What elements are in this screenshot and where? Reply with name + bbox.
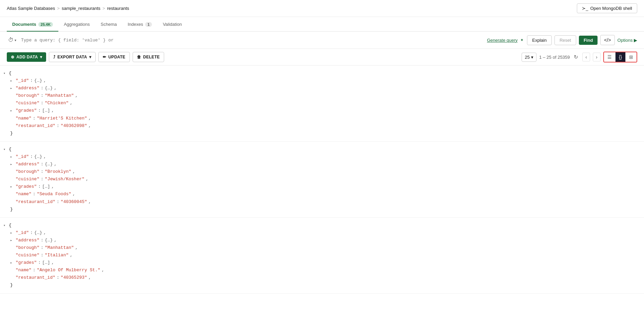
tab-validation[interactable]: Validation [157,17,187,32]
table-view-button[interactable]: ⊞ [626,52,637,62]
list-item: "name": "Seuda Foods", [3,190,637,198]
doc-close-brace: } [3,206,637,213]
breadcrumb-item-atlas[interactable]: Atlas Sample Databases [7,6,55,11]
page-size-select[interactable]: 25 ▾ [522,53,536,62]
list-item: ▸ "address": {…}, [3,237,637,244]
trash-icon: 🗑 [137,55,141,59]
list-icon: ☰ [607,54,612,60]
list-item: ▸ "address": {…}, [3,85,637,92]
options-button[interactable]: Options ▶ [618,38,637,43]
table-row: ▾ { ▸ "_id": {…}, ▸ "address": {…}, "bor… [0,218,644,294]
chevron-down-icon: ▾ [531,55,533,60]
next-page-button[interactable]: › [593,53,601,61]
terminal-icon: ≻_ [582,6,588,11]
json-view-button[interactable]: {} [616,52,626,62]
doc-close-brace: } [3,130,637,137]
field-collapse-arrow[interactable]: ▸ [10,154,14,160]
sparkle-icon: ✦ [520,38,524,42]
list-item: "restaurant_id": "40360045", [3,198,637,206]
field-collapse-arrow[interactable]: ▸ [10,86,14,91]
tab-aggregations[interactable]: Aggregations [58,17,95,32]
breadcrumb-item-sample-restaurants[interactable]: sample_restaurants [62,6,100,11]
tabs-bar: Documents 25.4K Aggregations Schema Inde… [0,17,644,32]
chevron-left-icon: ‹ [585,54,587,60]
field-collapse-arrow[interactable]: ▸ [10,162,14,167]
list-view-button[interactable]: ☰ [604,52,616,62]
field-collapse-arrow[interactable]: ▸ [10,78,14,84]
reset-button[interactable]: Reset [554,35,576,45]
list-item: "name": "Angelo Of Mulberry St.", [3,267,637,274]
collapse-arrow[interactable]: ▾ [3,223,7,228]
list-item: ▸ "_id": {…}, [3,229,637,237]
query-input-wrap: Generate query ✦ [21,38,524,43]
list-item: "name": "Harriet'S Kitchen", [3,115,637,122]
field-collapse-arrow[interactable]: ▸ [10,230,14,236]
query-history-button[interactable]: ⏱ ▾ [7,36,18,44]
list-item: "restaurant_id": "40365293", [3,274,637,281]
add-data-button[interactable]: ⊕ ADD DATA ▾ [7,52,46,62]
field-collapse-arrow[interactable]: ▸ [10,238,14,243]
field-collapse-arrow[interactable]: ▸ [10,260,14,266]
code-icon: </> [604,37,611,43]
breadcrumb-sep-1: > [57,6,60,11]
table-row: ▾ { ▸ "_id": {…}, ▸ "address": {…}, "bor… [0,66,644,142]
doc-top-brace: ▾ { [3,70,637,77]
code-view-button[interactable]: </> [600,35,614,45]
pencil-icon: ✏ [103,55,106,59]
chevron-down-icon: ▾ [15,38,16,42]
list-item: "borough": "Manhattan", [3,92,637,99]
refresh-button[interactable]: ↻ [572,53,580,61]
plus-icon: ⊕ [11,55,14,59]
json-icon: {} [619,54,622,60]
collapse-arrow[interactable]: ▾ [3,71,7,76]
query-actions: Explain Reset Find </> Options ▶ [527,35,637,45]
tab-documents[interactable]: Documents 25.4K [7,17,58,32]
list-item: "cuisine": "Jewish/Kosher", [3,176,637,183]
breadcrumb-item-restaurants: restaurants [107,6,129,11]
chevron-down-icon: ▾ [40,55,42,59]
list-item: "cuisine": "Chicken", [3,99,637,107]
breadcrumb-bar: Atlas Sample Databases > sample_restaura… [0,0,644,17]
prev-page-button[interactable]: ‹ [582,53,590,61]
doc-close-brace: } [3,281,637,289]
open-mongodb-shell-button[interactable]: ≻_ Open MongoDB shell [577,3,637,13]
toolbar: ⊕ ADD DATA ▾ ⤴ EXPORT DATA ▾ ✏ UPDATE 🗑 … [0,49,644,66]
field-collapse-arrow[interactable]: ▸ [10,184,14,190]
export-data-button[interactable]: ⤴ EXPORT DATA ▾ [49,52,96,62]
query-input[interactable] [21,38,484,43]
list-item: "cuisine": "Italian", [3,252,637,259]
query-bar: ⏱ ▾ Generate query ✦ Explain Reset Find … [0,32,644,49]
view-toggle: ☰ {} ⊞ [603,52,637,62]
doc-top-brace: ▾ { [3,222,637,229]
list-item: ▸ "grades": […], [3,183,637,190]
breadcrumb-sep-2: > [102,6,105,11]
page-info: 1 – 25 of 25359 [539,55,570,60]
list-item: ▸ "grades": […], [3,259,637,267]
table-icon: ⊞ [629,54,633,60]
tab-indexes[interactable]: Indexes 1 [122,17,157,32]
tab-schema[interactable]: Schema [95,17,122,32]
field-collapse-arrow[interactable]: ▸ [10,108,14,114]
document-list: ▾ { ▸ "_id": {…}, ▸ "address": {…}, "bor… [0,66,644,303]
refresh-icon: ↻ [574,54,578,60]
list-item: ▸ "_id": {…}, [3,153,637,161]
doc-top-brace: ▾ { [3,146,637,153]
update-button[interactable]: ✏ UPDATE [98,52,130,62]
chevron-down-icon: ▾ [89,55,91,59]
generate-query-link[interactable]: Generate query [487,38,518,43]
pagination-controls: 25 ▾ 1 – 25 of 25359 ↻ ‹ › [522,53,600,62]
table-row: ▾ { ▸ "_id": {…}, ▸ "address": {…}, "bor… [0,142,644,218]
list-item: "borough": "Manhattan", [3,244,637,252]
export-icon: ⤴ [53,55,55,59]
clock-icon: ⏱ [8,37,14,43]
explain-button[interactable]: Explain [527,35,552,45]
list-item: ▸ "_id": {…}, [3,77,637,85]
list-item: ▸ "address": {…}, [3,161,637,168]
delete-button[interactable]: 🗑 DELETE [133,52,164,62]
collapse-arrow[interactable]: ▾ [3,147,7,152]
list-item: ▸ "grades": […], [3,107,637,114]
find-button[interactable]: Find [579,36,598,45]
list-item: "restaurant_id": "40362098", [3,122,637,130]
chevron-right-icon: › [596,54,598,60]
list-item: "borough": "Brooklyn", [3,168,637,176]
